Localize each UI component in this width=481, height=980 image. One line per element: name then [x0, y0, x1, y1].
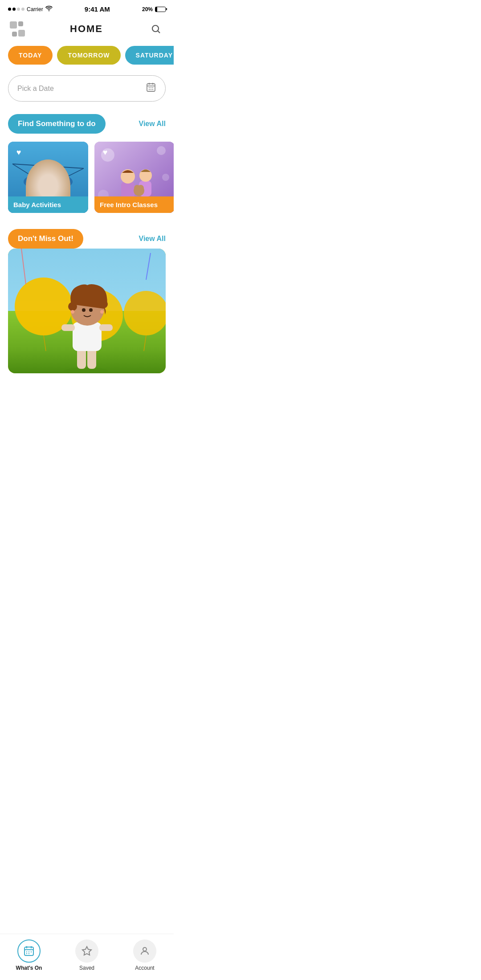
day-button-today[interactable]: TODAY: [8, 46, 53, 65]
signal-dots: [8, 8, 24, 11]
svg-point-24: [54, 175, 58, 179]
activity-cards-row: ♥ Baby Activities: [0, 142, 174, 213]
svg-point-70: [97, 295, 104, 302]
date-picker-placeholder: Pick a Date: [17, 85, 54, 93]
dont-miss-label: Don't Miss Out!: [8, 229, 83, 249]
svg-point-20: [46, 163, 50, 167]
date-picker[interactable]: Pick a Date: [8, 75, 166, 102]
svg-point-16: [24, 173, 73, 191]
svg-point-25: [57, 175, 62, 179]
date-picker-wrapper: Pick a Date: [0, 75, 174, 102]
app-header: HOME: [0, 16, 174, 46]
find-view-all[interactable]: View All: [139, 120, 166, 128]
wifi-icon: [45, 6, 53, 12]
battery-percent: 20%: [142, 6, 153, 12]
day-button-saturday[interactable]: SATURDAY: [125, 46, 174, 65]
card-label-classes: Free Intro Classes: [94, 196, 174, 213]
svg-point-73: [71, 310, 74, 314]
search-button[interactable]: [148, 21, 164, 37]
calendar-icon: [146, 82, 156, 95]
heart-icon-baby: ♥: [16, 148, 21, 157]
svg-point-23: [54, 176, 61, 183]
find-section-label: Find Something to do: [8, 114, 106, 134]
svg-point-19: [41, 163, 55, 171]
svg-point-74: [100, 310, 104, 314]
heart-button-classes[interactable]: ♥: [99, 146, 111, 159]
featured-image-wrapper: [8, 249, 166, 373]
svg-point-17: [36, 170, 61, 186]
carrier-label: Carrier: [27, 6, 43, 12]
svg-point-68: [73, 298, 81, 305]
status-time: 9:41 AM: [85, 5, 110, 13]
find-section-header: Find Something to do View All: [0, 114, 174, 134]
svg-point-29: [157, 146, 166, 155]
svg-point-22: [49, 170, 51, 172]
svg-line-1: [158, 31, 160, 33]
svg-point-0: [152, 25, 159, 32]
svg-rect-63: [61, 324, 75, 331]
featured-image: [8, 249, 166, 373]
svg-point-30: [162, 174, 169, 181]
signal-dot-1: [8, 8, 11, 11]
svg-point-26: [57, 177, 59, 180]
status-bar: Carrier 9:41 AM 20%: [0, 0, 174, 16]
signal-dot-4: [21, 8, 24, 11]
status-left: Carrier: [8, 6, 53, 12]
signal-dot-2: [12, 8, 16, 11]
svg-point-21: [45, 170, 47, 172]
card-free-classes[interactable]: ♥ Free Intro Classes: [94, 142, 174, 213]
signal-dot-3: [17, 8, 20, 11]
dont-miss-view-all[interactable]: View All: [139, 235, 166, 243]
card-baby-activities[interactable]: ♥ Baby Activities: [8, 142, 88, 213]
day-button-tomorrow[interactable]: TOMORROW: [57, 46, 120, 65]
status-right: 20%: [142, 6, 166, 12]
heart-button-baby[interactable]: ♥: [12, 146, 25, 159]
svg-point-71: [82, 308, 86, 312]
heart-icon-classes: ♥: [103, 148, 108, 157]
page-title: HOME: [70, 23, 103, 35]
svg-point-72: [89, 308, 93, 312]
svg-rect-64: [99, 324, 113, 331]
card-label-baby: Baby Activities: [8, 196, 88, 213]
svg-rect-62: [73, 322, 102, 351]
day-filter-row: TODAY TOMORROW SATURDAY SUNDAY: [0, 46, 174, 65]
svg-point-40: [138, 185, 144, 191]
dont-miss-header: Don't Miss Out! View All: [0, 229, 174, 249]
app-logo: [10, 21, 25, 37]
svg-point-18: [41, 163, 55, 178]
battery-icon: [155, 7, 166, 12]
